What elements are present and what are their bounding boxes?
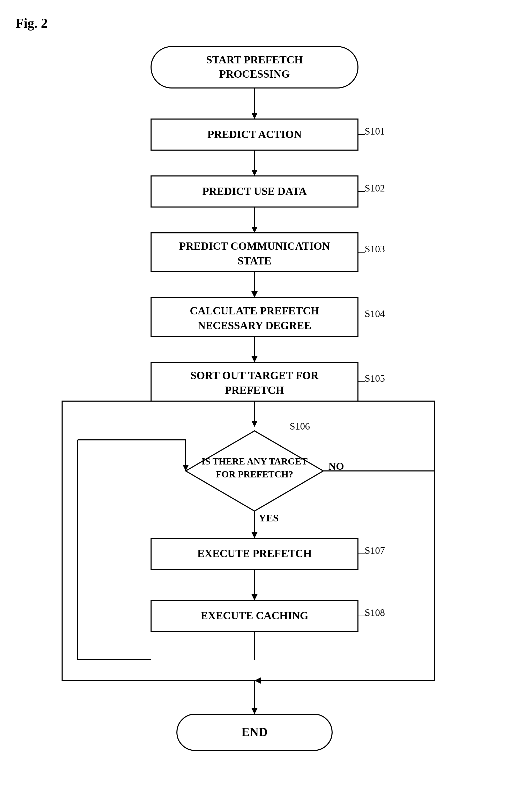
svg-marker-11 [251, 291, 258, 298]
s103-text-line1: PREDICT COMMUNICATION [179, 240, 330, 252]
s104-text-line1: CALCULATE PREFETCH [190, 305, 319, 317]
s107-label: S107 [365, 545, 385, 556]
s107-text: EXECUTE PREFETCH [197, 548, 312, 559]
svg-marker-36 [251, 708, 258, 714]
s105-text-line1: SORT OUT TARGET FOR [190, 369, 319, 382]
s108-text: EXECUTE CACHING [201, 610, 309, 622]
svg-marker-2 [251, 113, 258, 119]
s104-text-line2: NECESSARY DEGREE [198, 320, 311, 331]
start-node-text: START PREFETCH [206, 54, 303, 66]
s105-label: S105 [365, 373, 385, 384]
s101-label: S101 [365, 126, 385, 137]
s106-label: S106 [290, 421, 310, 432]
svg-marker-14 [251, 356, 258, 362]
s105-text-line2: PREFETCH [225, 384, 284, 396]
yes-label: YES [259, 512, 279, 524]
s102-label: S102 [365, 183, 385, 194]
s103-text-line2: STATE [237, 255, 272, 267]
s102-text: PREDICT USE DATA [202, 185, 307, 197]
s106-text-line1: IS THERE ANY TARGET [201, 456, 308, 466]
s108-label: S108 [365, 607, 385, 618]
s103-label: S103 [365, 243, 385, 254]
start-node [151, 46, 358, 88]
flowchart-diagram: START PREFETCH PROCESSING PREDICT ACTION… [0, 26, 509, 802]
s106-text-line2: FOR PREFETCH? [216, 469, 293, 480]
no-label: NO [329, 460, 344, 472]
svg-marker-5 [251, 170, 258, 176]
s101-text: PREDICT ACTION [207, 128, 302, 140]
end-text: END [241, 725, 267, 739]
svg-text:PROCESSING: PROCESSING [219, 68, 290, 80]
svg-marker-8 [251, 227, 258, 233]
s104-label: S104 [365, 308, 385, 319]
